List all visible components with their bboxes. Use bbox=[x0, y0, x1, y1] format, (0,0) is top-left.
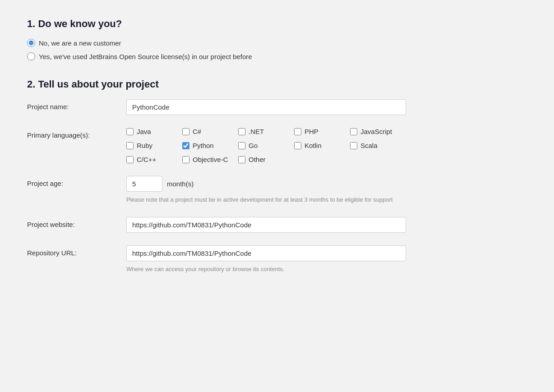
checkbox-ruby[interactable]: Ruby bbox=[126, 142, 182, 149]
checkbox-php-input[interactable] bbox=[294, 128, 301, 135]
checkbox-kotlin-input[interactable] bbox=[294, 142, 301, 149]
checkbox-kotlin-label[interactable]: Kotlin bbox=[305, 142, 322, 149]
checkbox-java-input[interactable] bbox=[126, 128, 134, 135]
checkbox-ruby-input[interactable] bbox=[126, 142, 134, 149]
customer-type-group: No, we are a new customer Yes, we've use… bbox=[27, 39, 527, 60]
section-know-you: 1. Do we know you? No, we are a new cust… bbox=[27, 18, 527, 60]
checkbox-go[interactable]: Go bbox=[238, 142, 294, 149]
checkbox-kotlin[interactable]: Kotlin bbox=[294, 142, 350, 149]
checkbox-scala-label[interactable]: Scala bbox=[360, 142, 378, 149]
project-age-row: Project age: month(s) Please note that a… bbox=[27, 176, 527, 204]
checkbox-ruby-label[interactable]: Ruby bbox=[137, 142, 152, 149]
checkbox-objective-c[interactable]: Objective-C bbox=[182, 156, 238, 163]
radio-new-customer[interactable]: No, we are a new customer bbox=[27, 39, 527, 47]
checkbox-csharp-label[interactable]: C# bbox=[193, 128, 201, 135]
project-age-hint: Please note that a project must be in ac… bbox=[126, 195, 397, 204]
project-website-row: Project website: bbox=[27, 217, 527, 233]
language-grid: Java C# .NET PHP JavaScript bbox=[126, 128, 406, 163]
radio-existing-customer-input[interactable] bbox=[27, 52, 35, 60]
project-website-control bbox=[126, 217, 406, 233]
checkbox-javascript-label[interactable]: JavaScript bbox=[360, 128, 392, 135]
section-project-info: 2. Tell us about your project Project na… bbox=[27, 78, 527, 273]
repository-url-row: Repository URL: Where we can access your… bbox=[27, 245, 527, 274]
project-name-label: Project name: bbox=[27, 99, 126, 111]
project-age-control: month(s) Please note that a project must… bbox=[126, 176, 406, 204]
section1-title: 1. Do we know you? bbox=[27, 18, 527, 30]
checkbox-javascript[interactable]: JavaScript bbox=[350, 128, 406, 135]
checkbox-java[interactable]: Java bbox=[126, 128, 182, 135]
checkbox-csharp[interactable]: C# bbox=[182, 128, 238, 135]
checkbox-python-input[interactable] bbox=[182, 142, 189, 149]
checkbox-csharp-input[interactable] bbox=[182, 128, 189, 135]
checkbox-dotnet[interactable]: .NET bbox=[238, 128, 294, 135]
checkbox-go-input[interactable] bbox=[238, 142, 245, 149]
checkbox-c-cpp-input[interactable] bbox=[126, 156, 134, 163]
radio-existing-customer[interactable]: Yes, we've used JetBrains Open Source li… bbox=[27, 52, 527, 60]
section2-title: 2. Tell us about your project bbox=[27, 78, 527, 90]
project-website-label: Project website: bbox=[27, 217, 126, 228]
checkbox-php-label[interactable]: PHP bbox=[305, 128, 319, 135]
checkbox-java-label[interactable]: Java bbox=[137, 128, 151, 135]
checkbox-other-label[interactable]: Other bbox=[249, 156, 266, 163]
primary-language-label: Primary language(s): bbox=[27, 128, 126, 139]
checkbox-javascript-input[interactable] bbox=[350, 128, 357, 135]
checkbox-scala[interactable]: Scala bbox=[350, 142, 406, 149]
checkbox-php[interactable]: PHP bbox=[294, 128, 350, 135]
age-unit: month(s) bbox=[167, 180, 194, 188]
radio-new-customer-input[interactable] bbox=[27, 39, 35, 47]
checkbox-python[interactable]: Python bbox=[182, 142, 238, 149]
checkbox-c-cpp-label[interactable]: C/C++ bbox=[137, 156, 156, 163]
repository-url-control: Where we can access your repository or b… bbox=[126, 245, 406, 274]
project-name-row: Project name: bbox=[27, 99, 527, 115]
checkbox-objective-c-input[interactable] bbox=[182, 156, 189, 163]
checkbox-other[interactable]: Other bbox=[238, 156, 294, 163]
checkbox-objective-c-label[interactable]: Objective-C bbox=[193, 156, 228, 163]
repository-url-input[interactable] bbox=[126, 245, 406, 261]
checkbox-dotnet-label[interactable]: .NET bbox=[249, 128, 264, 135]
primary-language-row: Primary language(s): Java C# .NET bbox=[27, 128, 527, 163]
age-input-row: month(s) bbox=[126, 176, 406, 192]
project-age-input[interactable] bbox=[126, 176, 162, 192]
checkbox-dotnet-input[interactable] bbox=[238, 128, 245, 135]
checkbox-other-input[interactable] bbox=[238, 156, 245, 163]
checkbox-scala-input[interactable] bbox=[350, 142, 357, 149]
checkbox-python-label[interactable]: Python bbox=[193, 142, 214, 149]
checkbox-c-cpp[interactable]: C/C++ bbox=[126, 156, 182, 163]
repository-url-label: Repository URL: bbox=[27, 245, 126, 257]
project-name-control bbox=[126, 99, 406, 115]
project-age-label: Project age: bbox=[27, 176, 126, 187]
project-website-input[interactable] bbox=[126, 217, 406, 233]
repository-url-hint: Where we can access your repository or b… bbox=[126, 265, 397, 274]
project-name-input[interactable] bbox=[126, 99, 406, 115]
checkbox-go-label[interactable]: Go bbox=[249, 142, 258, 149]
language-checkboxes: Java C# .NET PHP JavaScript bbox=[126, 128, 406, 163]
radio-existing-customer-label[interactable]: Yes, we've used JetBrains Open Source li… bbox=[39, 53, 252, 60]
radio-new-customer-label[interactable]: No, we are a new customer bbox=[39, 39, 121, 47]
